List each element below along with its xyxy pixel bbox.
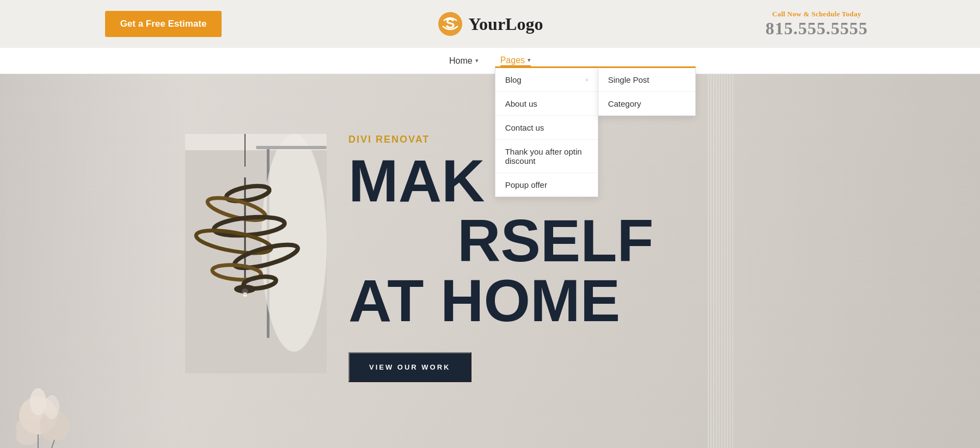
chevron-down-icon-pages: ▾ <box>528 57 531 64</box>
chandelier-image <box>185 134 327 373</box>
header: Get a Free Estimate S YourLogo Call Now … <box>0 0 980 74</box>
estimate-button[interactable]: Get a Free Estimate <box>105 11 222 37</box>
nav-pages-wrap: Pages ▾ Blog › Single Post Category Abou… <box>500 56 531 66</box>
header-left: Get a Free Estimate <box>0 0 327 48</box>
blog-sub-dropdown: Single Post Category <box>598 66 696 116</box>
logo-bold: Logo <box>505 14 543 34</box>
nav-home[interactable]: Home ▾ <box>449 56 479 66</box>
dropdown-item-about[interactable]: About us <box>495 92 598 116</box>
curtain-right <box>708 74 980 448</box>
sub-dropdown-single-post[interactable]: Single Post <box>598 68 695 92</box>
nav-pages[interactable]: Pages ▾ <box>500 56 531 66</box>
nav-bar: Home ▾ Pages ▾ Blog › Single Post Catego… <box>0 48 980 74</box>
dropdown-item-blog[interactable]: Blog › Single Post Category <box>495 68 598 92</box>
chevron-right-icon: › <box>586 76 588 83</box>
nav-pages-label: Pages <box>500 56 525 65</box>
dropdown-contact-label: Contact us <box>505 123 544 132</box>
svg-point-6 <box>261 134 327 352</box>
view-work-button[interactable]: VIEW OUR WORK <box>348 352 471 382</box>
logo-icon: S <box>437 11 463 37</box>
dropdown-blog-label: Blog <box>505 75 522 84</box>
svg-point-24 <box>44 395 59 419</box>
svg-point-18 <box>243 292 247 297</box>
sub-dropdown-category[interactable]: Category <box>598 92 695 115</box>
dropdown-about-label: About us <box>505 99 537 108</box>
dropdown-item-popup[interactable]: Popup offer <box>495 173 598 197</box>
phone-number: 815.555.5555 <box>765 19 868 39</box>
logo-text: YourLogo <box>469 14 543 34</box>
chevron-down-icon: ▾ <box>475 57 479 64</box>
call-label: Call Now & Schedule Today <box>772 10 861 19</box>
dropdown-thankyou-label: Thank you after optin discount <box>505 147 588 165</box>
hero-title-line2: RSELF <box>457 211 654 271</box>
svg-rect-19 <box>256 146 327 149</box>
pages-dropdown: Blog › Single Post Category About us Con… <box>495 66 598 197</box>
curtain-lines <box>708 74 980 448</box>
hero-title-line3: AT HOME <box>348 271 654 330</box>
nav-home-label: Home <box>449 56 473 66</box>
logo: S YourLogo <box>437 11 543 37</box>
dropdown-popup-label: Popup offer <box>505 180 547 189</box>
dropdown-item-thankyou[interactable]: Thank you after optin discount <box>495 140 598 173</box>
header-center: S YourLogo <box>327 11 653 37</box>
dropdown-item-contact[interactable]: Contact us <box>495 116 598 140</box>
header-right: Call Now & Schedule Today 815.555.5555 <box>653 10 980 39</box>
hero-section: DIVI RENOVAT MAKE YOURS RSELF AT HOME VI… <box>0 74 980 448</box>
logo-regular: Your <box>469 14 506 34</box>
flowers-decoration <box>16 350 82 448</box>
svg-point-23 <box>30 388 46 415</box>
